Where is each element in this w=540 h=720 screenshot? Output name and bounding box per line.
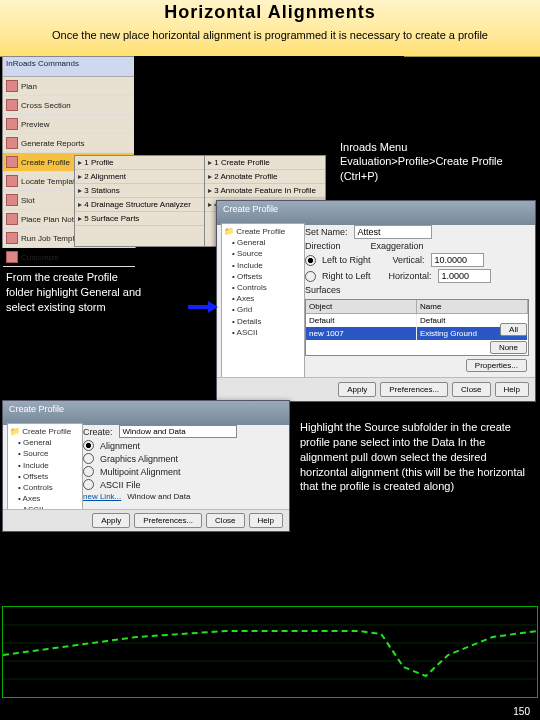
expand-icon: ▸	[78, 158, 82, 167]
cell[interactable]: new 1007	[306, 327, 417, 340]
flyout-item[interactable]: ▸ 4 Drainage Structure Analyzer	[75, 198, 205, 212]
dialog-title: Create Profile	[217, 201, 535, 225]
command-item[interactable]: Generate Reports	[3, 134, 135, 153]
tree-node[interactable]: • Source	[224, 248, 302, 259]
vertical-input[interactable]: 10.0000	[431, 253, 484, 267]
horizontal-input[interactable]: 1.0000	[438, 269, 491, 283]
tree-node[interactable]: • Include	[10, 460, 80, 471]
item-icon	[6, 213, 18, 225]
item-icon	[6, 137, 18, 149]
flyout-item[interactable]: ▸ 1 Create Profile	[205, 156, 325, 170]
page-number: 150	[513, 706, 530, 717]
applybutton[interactable]: Apply	[92, 513, 130, 528]
caption-right-2: Highlight the Source subfolder in the cr…	[300, 420, 534, 494]
expand-icon: ▸	[78, 172, 82, 181]
item-icon	[6, 80, 18, 92]
tree-node[interactable]: • Grid	[224, 304, 302, 315]
col-object[interactable]: Object	[306, 300, 417, 313]
expand-icon: ▸	[208, 158, 212, 167]
page-subtitle: Once the new place horizontal alignment …	[20, 28, 520, 42]
tree-node[interactable]: • Axes	[224, 293, 302, 304]
multipoint-label: Multipoint Alignment	[100, 467, 181, 477]
tree-node[interactable]: • Controls	[10, 482, 80, 493]
dialog-tree[interactable]: 📁 Create Profile• General• Source• Inclu…	[221, 223, 305, 379]
create-dropdown[interactable]: Window and Data	[119, 425, 237, 438]
applybutton[interactable]: Apply	[338, 382, 376, 397]
surfaces-label: Surfaces	[305, 285, 529, 295]
tree-node[interactable]: 📁 Create Profile	[224, 226, 302, 237]
all-button[interactable]: All	[500, 323, 527, 336]
commands-title: InRoads Commands	[3, 57, 135, 77]
expand-icon: ▸	[78, 186, 82, 195]
item-icon	[6, 99, 18, 111]
create-profile-dialog-2: Create Profile 📁 Create Profile• General…	[2, 400, 290, 532]
vertical-label: Vertical:	[393, 255, 425, 265]
none-button[interactable]: None	[490, 341, 527, 354]
cell[interactable]: Default	[306, 314, 417, 327]
alignment-radio[interactable]	[83, 440, 94, 451]
flyout-1: ▸ 1 Profile▸ 2 Alignment▸ 3 Stations▸ 4 …	[74, 155, 206, 247]
helpbutton[interactable]: Help	[495, 382, 529, 397]
preferences-button[interactable]: Preferences...	[380, 382, 448, 397]
closebutton[interactable]: Close	[452, 382, 490, 397]
tree-node[interactable]: • ASCII	[224, 327, 302, 338]
expand-icon: ▸	[208, 172, 212, 181]
item-icon	[6, 232, 18, 244]
flyout-item[interactable]: ▸ 2 Annotate Profile	[205, 170, 325, 184]
command-item[interactable]: Preview	[3, 115, 135, 134]
tree-node[interactable]: • Axes	[10, 493, 80, 504]
command-item[interactable]: Plan	[3, 77, 135, 96]
item-icon	[6, 251, 18, 263]
preferences-button[interactable]: Preferences...	[134, 513, 202, 528]
arrow-icon	[188, 302, 220, 312]
flyout-item[interactable]: ▸ 2 Alignment	[75, 170, 205, 184]
tree-node[interactable]: • General	[224, 237, 302, 248]
flyout-item[interactable]: ▸ 3 Annotate Feature In Profile	[205, 184, 325, 198]
tree-node[interactable]: • Details	[224, 316, 302, 327]
flyout-item[interactable]: ▸ 3 Stations	[75, 184, 205, 198]
closebutton[interactable]: Close	[206, 513, 244, 528]
item-icon	[6, 156, 18, 168]
expand-icon: ▸	[208, 200, 212, 209]
caption-right-1: Inroads Menu Evaluation>Profile>Create P…	[340, 140, 532, 183]
ascii-radio[interactable]	[83, 479, 94, 490]
alignment-label: Alignment	[100, 441, 140, 451]
direction-label: Direction	[305, 241, 341, 251]
multipoint-radio[interactable]	[83, 466, 94, 477]
command-item[interactable]: Customize	[3, 248, 135, 267]
tab-label: Window and Data	[127, 492, 190, 501]
expand-icon: ▸	[208, 186, 212, 195]
rtl-label: Right to Left	[322, 271, 371, 281]
tree-node[interactable]: • Include	[224, 260, 302, 271]
tree-node[interactable]: • General	[10, 437, 80, 448]
set-name-label: Set Name:	[305, 227, 348, 237]
dialog-tree[interactable]: 📁 Create Profile• General• Source• Inclu…	[7, 423, 83, 513]
expand-icon: ▸	[78, 200, 82, 209]
create-label: Create:	[83, 427, 113, 437]
ltr-label: Left to Right	[322, 255, 371, 265]
graphics-radio[interactable]	[83, 453, 94, 464]
command-item[interactable]: Cross Section	[3, 96, 135, 115]
tree-node[interactable]: • Controls	[224, 282, 302, 293]
flyout-item[interactable]: ▸ 1 Profile	[75, 156, 205, 170]
exaggeration-label: Exaggeration	[371, 241, 424, 251]
profile-chart	[2, 606, 538, 698]
tree-node[interactable]: • Offsets	[224, 271, 302, 282]
tree-node[interactable]: 📁 Create Profile	[10, 426, 80, 437]
flyout-item[interactable]: ▸ 5 Surface Parts	[75, 212, 205, 226]
rtl-radio[interactable]	[305, 271, 316, 282]
col-name[interactable]: Name	[417, 300, 528, 313]
expand-icon: ▸	[78, 214, 82, 223]
tree-node[interactable]: • Offsets	[10, 471, 80, 482]
item-icon	[6, 194, 18, 206]
dialog-title: Create Profile	[3, 401, 289, 425]
new-link[interactable]: new Link...	[83, 492, 121, 501]
set-name-input[interactable]: Attest	[354, 225, 432, 239]
tree-node[interactable]: • Source	[10, 448, 80, 459]
horizontal-label: Horizontal:	[389, 271, 432, 281]
properties-button[interactable]: Properties...	[466, 359, 527, 372]
ltr-radio[interactable]	[305, 255, 316, 266]
helpbutton[interactable]: Help	[249, 513, 283, 528]
graphics-label: Graphics Alignment	[100, 454, 178, 464]
item-icon	[6, 175, 18, 187]
